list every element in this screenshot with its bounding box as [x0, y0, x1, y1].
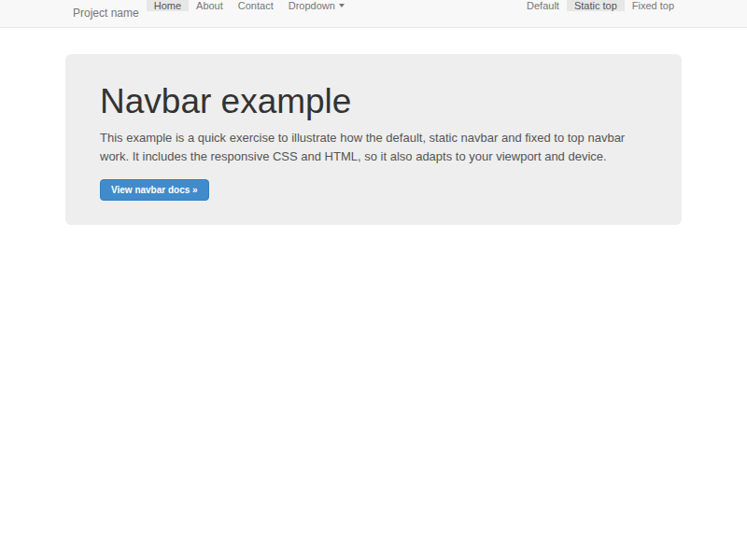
nav-item-fixed-top[interactable]: Fixed top	[625, 0, 682, 11]
nav-item-about[interactable]: About	[189, 0, 231, 11]
navbar-brand[interactable]: Project name	[65, 0, 147, 27]
navbar-spacer	[352, 0, 519, 27]
nav-item-static-top[interactable]: Static top	[567, 0, 625, 11]
view-navbar-docs-button[interactable]: View navbar docs »	[100, 179, 209, 201]
navbar-right-nav: Default Static top Fixed top	[519, 0, 682, 27]
nav-item-dropdown[interactable]: Dropdown	[281, 0, 352, 11]
page-title: Navbar example	[100, 82, 647, 120]
jumbotron: Navbar example This example is a quick e…	[65, 54, 682, 225]
jumbotron-description: This example is a quick exercise to illu…	[100, 129, 647, 166]
nav-item-contact[interactable]: Contact	[231, 0, 281, 11]
caret-down-icon	[339, 4, 345, 7]
nav-item-dropdown-label: Dropdown	[289, 0, 335, 11]
navbar-container: Project name Home About Contact Dropdown…	[65, 0, 682, 27]
navbar-left-nav: Home About Contact Dropdown	[147, 0, 352, 27]
main-container: Navbar example This example is a quick e…	[65, 54, 682, 225]
nav-item-default[interactable]: Default	[519, 0, 567, 11]
navbar: Project name Home About Contact Dropdown…	[0, 0, 747, 28]
nav-item-home[interactable]: Home	[147, 0, 189, 11]
